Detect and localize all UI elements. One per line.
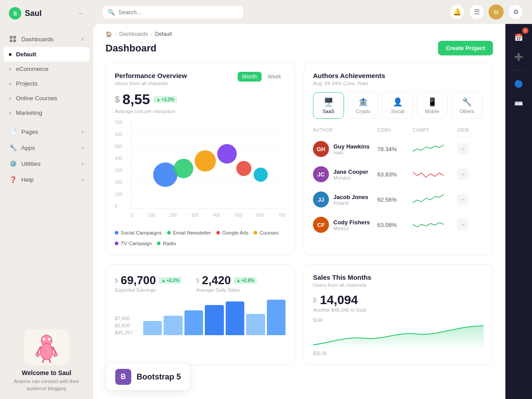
cat-tab-others[interactable]: 🔧 Others: [451, 92, 482, 119]
legend-label-courses: Courses: [259, 230, 278, 235]
sidebar-item-dashboards[interactable]: Dashboards ∧: [0, 31, 93, 47]
metric-label: Avarage cost per interaction: [115, 109, 286, 114]
menu-button[interactable]: ☰: [469, 4, 484, 20]
welcome-subtitle: Anyone can connect with their audience b…: [7, 378, 86, 392]
sidebar-item-default[interactable]: Default: [4, 47, 90, 62]
legend-email: Email Newsletter: [167, 230, 211, 235]
earnings-side-layout: $7,660 $2,820 $45,257: [115, 300, 286, 335]
social-label: Social: [391, 109, 404, 114]
mini-chart-1: [413, 142, 444, 156]
code-button[interactable]: ⌨️: [511, 95, 527, 111]
main-content: 🏠 › Dashboards › Default Dashboard Creat…: [93, 24, 505, 399]
author-details-2: Jane Cooper Monaco: [333, 168, 368, 180]
sidebar-item-marketing[interactable]: Marketing: [0, 106, 93, 120]
sidebar-item-help[interactable]: ❓ Help ∨: [0, 172, 93, 188]
sidebar-item-ecommerce[interactable]: eCommerce: [0, 62, 93, 76]
mobile-icon: 📱: [427, 97, 437, 107]
legend-dot-social: [115, 231, 118, 235]
dot-ecommerce: [9, 68, 12, 70]
utilities-label: Utilities: [21, 160, 41, 167]
perf-title: Performance Overview: [115, 72, 187, 79]
add-button[interactable]: ➕: [511, 49, 527, 65]
author-info-2: JC Jane Cooper Monaco: [313, 166, 377, 182]
sidebar-item-online-courses[interactable]: Online Courses: [0, 91, 93, 106]
projects-label: Projects: [16, 80, 38, 87]
cat-tab-mobile[interactable]: 📱 Mobile: [417, 92, 448, 119]
breadcrumb-home-icon[interactable]: 🏠: [106, 31, 112, 37]
sidebar-item-projects[interactable]: Projects: [0, 76, 93, 91]
user-avatar[interactable]: U: [489, 4, 504, 20]
earnings-metrics: $ 69,700 ▲ +2.2% Expected Earnings: [115, 274, 286, 293]
dashboard-grid: Performance Overview Users from all chan…: [93, 63, 505, 374]
topbar-right: 🔔 ☰ U ⚙: [450, 4, 523, 20]
author-details-3: Jacob Jones Poland: [333, 194, 368, 206]
legend-label-google: Google Ads: [222, 230, 248, 235]
logo-letter: S: [13, 10, 17, 17]
welcome-illustration: [24, 329, 69, 365]
circle-button[interactable]: 🔵: [511, 76, 527, 92]
perf-header: Performance Overview Users from all chan…: [115, 72, 286, 86]
legend-dot-google: [216, 231, 220, 235]
help-chevron: ∨: [81, 177, 84, 183]
online-courses-label: Online Courses: [16, 95, 57, 102]
author-info-1: GH Guy Hawkins Haiti: [313, 141, 377, 157]
dashboards-icon: [9, 35, 17, 43]
author-name-4: Cody Fishers: [333, 219, 370, 226]
author-name-2: Jane Cooper: [333, 168, 368, 175]
author-loc-3: Poland: [333, 200, 368, 206]
conv-4: 63.08%: [377, 222, 413, 228]
sidebar-item-pages[interactable]: 📄 Pages ∨: [0, 124, 93, 140]
cat-tab-crypto[interactable]: 🏦 Crypto: [348, 92, 379, 119]
breadcrumb-dashboards[interactable]: Dashboards: [119, 31, 148, 37]
tab-month[interactable]: Month: [238, 72, 261, 82]
bubble-tv: [236, 161, 251, 176]
col-conv: CONV.: [377, 128, 413, 133]
search-input[interactable]: [118, 9, 238, 16]
bubble-courses: [217, 144, 237, 164]
sidebar-item-apps[interactable]: 🔧 Apps ∨: [0, 140, 93, 156]
topbar: 🔍 🔔 ☰ U ⚙: [93, 0, 532, 24]
crypto-label: Crypto: [356, 109, 370, 114]
avatar-2: JC: [313, 166, 329, 182]
author-info-4: CF Cody Fishers Mexico: [313, 217, 377, 233]
view-btn-3[interactable]: →: [457, 194, 469, 205]
notification-button[interactable]: 🔔: [450, 4, 465, 20]
bootstrap-text: Bootstrap 5: [137, 372, 181, 382]
cat-tab-saas[interactable]: 🖥️ SaaS: [313, 92, 344, 119]
marketing-label: Marketing: [16, 110, 42, 116]
bubble-email: [174, 159, 193, 178]
view-btn-4[interactable]: →: [457, 219, 469, 231]
search-box: 🔍: [102, 5, 244, 19]
settings-button[interactable]: ⚙: [508, 4, 523, 20]
sales-y-labels: $24K: [313, 318, 484, 323]
utilities-icon: ⚙️: [9, 160, 17, 168]
perf-subtitle: Users from all channels: [115, 81, 187, 86]
conv-3: 92.56%: [377, 196, 413, 203]
author-details-4: Cody Fishers Mexico: [333, 219, 370, 231]
create-project-button[interactable]: Create Project: [438, 41, 493, 55]
y-axis: 700 600 500 400 300 200 100 0: [115, 120, 122, 209]
metric-value-group: $ 8,55 ▲ +2.2%: [115, 91, 286, 108]
cat-tab-social[interactable]: 👤 Social: [382, 92, 413, 119]
sales-subtitle: Users from all channels: [313, 282, 484, 288]
sidebar: S Saul ← Dashboards ∧ Default eCommerce …: [0, 0, 93, 399]
bootstrap-icon: B: [115, 369, 131, 385]
author-row-3: JJ Jacob Jones Poland 92.56% →: [313, 187, 484, 212]
sidebar-welcome: Welcome to Saul Anyone can connect with …: [0, 318, 93, 399]
author-row-2: JC Jane Cooper Monaco 63.83% →: [313, 162, 484, 187]
apps-chevron: ∨: [81, 145, 84, 151]
mobile-label: Mobile: [425, 109, 439, 114]
sidebar-item-utilities[interactable]: ⚙️ Utilities ∨: [0, 156, 93, 172]
dashboards-label: Dashboards: [21, 36, 54, 43]
daily-value: 2,420: [202, 274, 231, 287]
tab-week[interactable]: Week: [263, 72, 286, 82]
legend-dot-courses: [254, 231, 257, 235]
sales-value: 14,094: [320, 293, 358, 307]
view-btn-2[interactable]: →: [457, 168, 469, 180]
back-arrow-icon[interactable]: ←: [78, 10, 84, 17]
sales-chart: [313, 323, 484, 349]
authors-title: Authors Achievements: [313, 72, 484, 79]
daily-label: Average Daily Sales: [196, 287, 257, 293]
svg-point-1: [40, 344, 53, 360]
view-btn-1[interactable]: →: [457, 143, 469, 155]
